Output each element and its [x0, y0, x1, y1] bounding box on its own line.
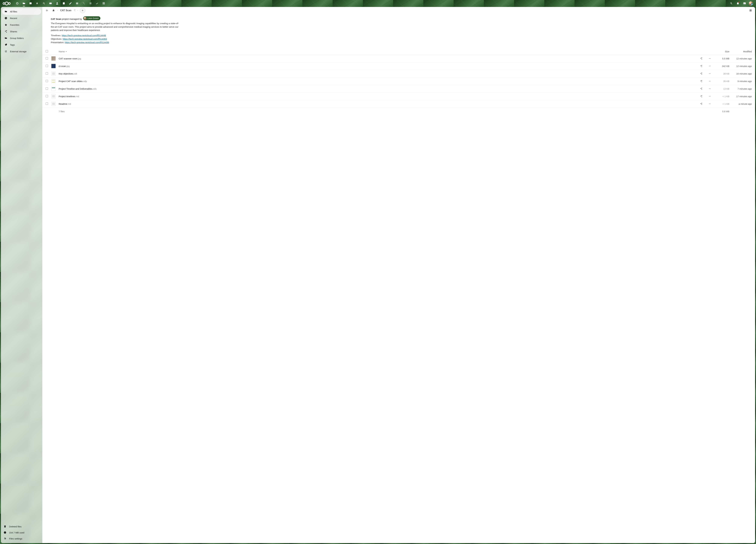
file-row[interactable]: Project CAT scan slides.odp26 KB9 minute… [42, 78, 755, 85]
file-modified: 9 minutes ago [731, 80, 752, 83]
app-tasks[interactable] [94, 0, 100, 7]
user-menu[interactable] [748, 0, 754, 7]
file-name[interactable]: Readme.md [57, 103, 697, 105]
description-link[interactable]: https://tech-preview.nextcloud.com/f/514… [62, 34, 106, 37]
file-size: < 1 KB [714, 103, 731, 105]
folder-description-text: The Evergreen Hospital is embarking on a… [51, 22, 179, 32]
row-checkbox[interactable] [46, 95, 48, 97]
row-checkbox[interactable] [46, 87, 48, 90]
check-icon [96, 2, 99, 5]
sidebar-item-label: Recent [10, 17, 17, 20]
app-assist[interactable] [80, 0, 87, 7]
svg-point-19 [709, 96, 709, 97]
svg-point-9 [710, 66, 711, 66]
file-name[interactable]: Project timelines.md [57, 95, 697, 98]
breadcrumb-current[interactable]: CAT Scan [59, 9, 72, 12]
file-name[interactable]: Project Timeline and Deliverables.ods [57, 88, 697, 90]
description-link[interactable]: https://tech-preview.nextcloud.com/f/514… [65, 41, 109, 44]
new-button[interactable] [80, 8, 85, 13]
file-thumbnail-icon [51, 87, 56, 91]
file-row[interactable]: CAT scanner room.jpg5.5 MB12 minutes ago [42, 55, 755, 62]
more-actions-button[interactable] [705, 103, 714, 105]
breadcrumb-home[interactable] [51, 8, 56, 13]
storage-quota[interactable]: 154.7 MB used [2, 529, 41, 536]
owner-chip[interactable]: Leon Green [83, 16, 100, 20]
app-deck[interactable] [74, 0, 80, 7]
file-row[interactable]: Project Timeline and Deliverables.ods13 … [42, 85, 755, 93]
sidebar-item-external-storage[interactable]: External storage [2, 48, 41, 55]
column-header-modified[interactable]: Modified [731, 50, 752, 53]
toggle-sidebar-button[interactable] [44, 8, 50, 13]
sidebar-item-group-folders[interactable]: Group folders [2, 35, 41, 41]
link-label: Timelines: [51, 34, 62, 37]
svg-point-23 [710, 104, 710, 104]
row-checkbox[interactable] [46, 65, 48, 67]
app-notes[interactable] [67, 0, 74, 7]
sidebar-item-favorites[interactable]: Favorites [2, 21, 41, 28]
tray-unified-search[interactable] [728, 0, 735, 7]
app-lists[interactable] [87, 0, 94, 7]
breadcrumb-share-icon[interactable] [73, 9, 76, 12]
tray-notifications[interactable] [735, 0, 741, 7]
row-checkbox[interactable] [46, 57, 48, 60]
sidebar-item-all-files[interactable]: All files [2, 8, 41, 15]
row-checkbox[interactable] [46, 80, 48, 82]
more-actions-button[interactable] [705, 65, 714, 67]
more-actions-button[interactable] [705, 72, 714, 75]
app-contacts[interactable] [54, 0, 60, 7]
file-thumbnail-icon [51, 72, 56, 76]
file-row[interactable]: Readme.md< 1 KBa minute ago [42, 100, 755, 108]
file-name[interactable]: CAT scanner room.jpg [57, 57, 697, 60]
share-button[interactable] [697, 65, 705, 67]
file-row[interactable]: ct-scan.jpg242 KB12 minutes ago [42, 62, 755, 70]
link-label: Objectives: [51, 38, 63, 40]
app-tables[interactable] [100, 0, 107, 7]
share-button[interactable] [697, 88, 705, 90]
sidebar-item-recent[interactable]: Recent [2, 15, 41, 21]
app-files[interactable] [21, 0, 27, 7]
app-search[interactable] [41, 0, 47, 7]
file-row[interactable]: Key objectives.odt28 KB16 minutes ago [42, 70, 755, 78]
files-settings-link[interactable]: Files settings [2, 536, 41, 542]
sidebar-item-tags[interactable]: Tags [2, 41, 41, 48]
deleted-files-link[interactable]: Deleted files [2, 523, 41, 529]
app-activity[interactable] [34, 0, 41, 7]
more-actions-button[interactable] [705, 88, 714, 90]
view-grid-button[interactable] [748, 8, 753, 13]
file-size: 13 KB [714, 88, 731, 90]
share-button[interactable] [697, 72, 705, 75]
more-actions-button[interactable] [705, 80, 714, 82]
app-mail[interactable] [47, 0, 54, 7]
share-button[interactable] [697, 80, 705, 82]
app-photos[interactable] [27, 0, 34, 7]
circle-outline-icon [16, 2, 19, 5]
nextcloud-logo[interactable] [2, 1, 11, 6]
column-header-name[interactable]: Name [57, 50, 697, 53]
file-name[interactable]: ct-scan.jpg [57, 65, 697, 67]
app-dashboard[interactable] [14, 0, 21, 7]
mail-icon [49, 2, 52, 5]
sparkle-icon [82, 2, 85, 5]
select-all-checkbox[interactable] [46, 50, 48, 52]
row-checkbox[interactable] [46, 103, 48, 105]
storage-quota-label: 154.7 MB used [9, 531, 24, 534]
sort-ascending-icon [66, 51, 67, 52]
svg-point-8 [710, 66, 710, 66]
file-row[interactable]: Project timelines.md< 1 KB17 minutes ago [42, 93, 755, 100]
calendar-icon [62, 2, 65, 5]
more-actions-button[interactable] [705, 95, 714, 98]
file-name[interactable]: Key objectives.odt [57, 72, 697, 75]
column-header-size[interactable]: Size [714, 50, 731, 53]
app-calendar[interactable] [60, 0, 67, 7]
share-button[interactable] [697, 95, 705, 98]
tray-contacts-menu[interactable] [741, 0, 748, 7]
row-checkbox[interactable] [46, 72, 48, 75]
share-button[interactable] [697, 57, 705, 60]
sidebar-item-shares[interactable]: Shares [2, 28, 41, 35]
file-name[interactable]: Project CAT scan slides.odp [57, 80, 697, 83]
more-actions-button[interactable] [705, 57, 714, 60]
share-button[interactable] [697, 103, 705, 105]
description-link[interactable]: https://tech-preview.nextcloud.com/f/514… [63, 38, 107, 40]
svg-point-17 [710, 89, 710, 89]
svg-point-0 [3, 3, 5, 4]
